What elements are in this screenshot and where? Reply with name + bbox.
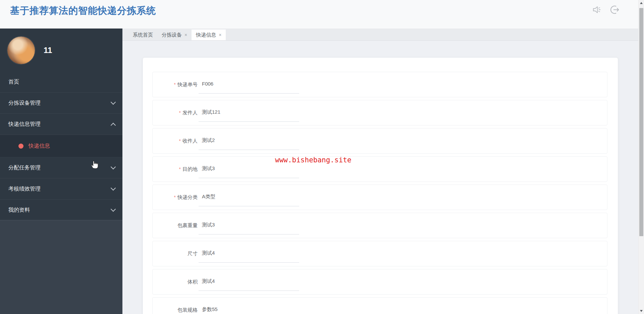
form-row: * 快递单号 F006 — [152, 72, 607, 97]
avatar — [7, 37, 35, 64]
form-input[interactable]: 测试3 — [199, 219, 299, 234]
scroll-up-arrow-icon[interactable] — [640, 2, 643, 4]
watermark: www.bishebang.site — [275, 156, 352, 164]
sidebar-menu: 首页 分拣设备管理 快递信息管理 快递信息 分配任务管理 — [0, 71, 122, 221]
form-label-text: 体积 — [187, 279, 198, 285]
chevron-down-icon — [111, 122, 116, 128]
tab-close-icon[interactable]: × — [184, 32, 187, 38]
sidebar-item-label: 我的资料 — [8, 207, 30, 214]
tab[interactable]: 快递信息 × — [192, 30, 226, 40]
form-input[interactable]: 测试3 — [199, 163, 299, 178]
sidebar-item-label: 考核绩效管理 — [8, 186, 41, 193]
form-label-text: 尺寸 — [187, 251, 198, 257]
app-title: 基于推荐算法的智能快递分拣系统 — [10, 4, 156, 17]
main-content: * 快递单号 F006 * 发件人 测试121 * 收件人 测试2 * — [122, 41, 638, 314]
required-asterisk: * — [179, 166, 181, 172]
form-input[interactable]: 测试2 — [199, 135, 299, 150]
tab-label: 系统首页 — [133, 32, 153, 38]
form-label: 包装规格 — [153, 307, 198, 313]
required-asterisk: * — [174, 82, 176, 87]
sidebar-item-label: 分配任务管理 — [8, 164, 41, 171]
form-input[interactable]: 参数55 — [199, 304, 299, 314]
form-row: 包装规格 参数55 — [152, 297, 607, 314]
scroll-down-arrow-icon[interactable] — [640, 310, 643, 312]
sidebar-item-label: 快递信息 — [29, 143, 50, 150]
required-asterisk: * — [179, 110, 181, 115]
tab-bar: 系统首页 分拣设备 × 快递信息 × — [122, 29, 638, 41]
form-input[interactable]: 测试121 — [199, 106, 299, 122]
form-label-text: 收件人 — [182, 138, 198, 144]
scrollbar-thumb[interactable] — [639, 8, 643, 236]
sidebar-item[interactable]: 快递信息 — [0, 135, 122, 157]
form-label: 体积 — [153, 279, 198, 285]
form-input[interactable]: A类型 — [199, 191, 299, 206]
form-label: * 发件人 — [153, 110, 198, 116]
form-row: * 发件人 测试121 — [152, 100, 607, 125]
scrollbar[interactable] — [638, 0, 644, 314]
form-label: 包裹重量 — [153, 222, 198, 229]
chevron-down-icon — [111, 207, 116, 212]
speaker-icon[interactable] — [592, 5, 602, 16]
form-label: * 快递单号 — [153, 82, 198, 88]
tab[interactable]: 分拣设备 × — [157, 30, 192, 40]
tab[interactable]: 系统首页 — [128, 30, 157, 40]
form-input[interactable]: F006 — [199, 78, 299, 94]
user-profile: 11 — [0, 29, 122, 67]
form-row: * 快递分类 A类型 — [152, 185, 607, 210]
sidebar-item[interactable]: 快递信息管理 — [0, 114, 122, 135]
required-asterisk: * — [179, 138, 181, 144]
form-row: 包裹重量 测试3 — [152, 213, 607, 238]
form-label: * 快递分类 — [153, 194, 198, 201]
form-input[interactable]: 测试4 — [199, 275, 299, 291]
chevron-down-icon — [111, 100, 116, 105]
form-label: * 目的地 — [153, 166, 198, 172]
tab-label: 分拣设备 — [162, 32, 182, 38]
form-label-text: 发件人 — [182, 110, 198, 116]
form-row: 体积 测试4 — [152, 269, 607, 295]
chevron-down-icon — [111, 164, 116, 170]
chevron-down-icon — [111, 186, 116, 191]
required-asterisk: * — [174, 195, 176, 200]
form-row: * 目的地 测试3 — [152, 156, 607, 182]
form-label-text: 快递分类 — [177, 194, 198, 201]
tab-close-icon[interactable]: × — [219, 32, 221, 38]
sidebar-item[interactable]: 分拣设备管理 — [0, 93, 122, 114]
form-label-text: 包裹重量 — [177, 222, 198, 229]
form-input[interactable]: 测试4 — [199, 247, 299, 263]
sidebar-item[interactable]: 我的资料 — [0, 200, 122, 221]
app-header: 基于推荐算法的智能快递分拣系统 — [0, 0, 644, 29]
form-row: 尺寸 测试4 — [152, 241, 607, 266]
form-label-text: 目的地 — [182, 166, 198, 172]
sidebar-item[interactable]: 分配任务管理 — [0, 157, 122, 178]
form-label-text: 快递单号 — [177, 82, 198, 88]
active-dot-icon — [18, 144, 23, 149]
sidebar-item[interactable]: 考核绩效管理 — [0, 178, 122, 200]
form-row: * 收件人 测试2 — [152, 128, 607, 154]
logout-icon[interactable] — [609, 4, 620, 16]
form-label: * 收件人 — [153, 138, 198, 144]
sidebar-item-label: 首页 — [8, 78, 19, 86]
form-label: 尺寸 — [153, 251, 198, 257]
username: 11 — [44, 46, 52, 55]
sidebar-item-label: 快递信息管理 — [8, 121, 41, 128]
form-card: * 快递单号 F006 * 发件人 测试121 * 收件人 测试2 * — [143, 57, 618, 314]
tab-label: 快递信息 — [196, 32, 216, 38]
form-label-text: 包装规格 — [177, 307, 198, 313]
sidebar-item[interactable]: 首页 — [0, 71, 122, 93]
sidebar-item-label: 分拣设备管理 — [8, 100, 41, 107]
sidebar: 11 首页 分拣设备管理 快递信息管理 快递信息 — [0, 29, 122, 314]
sidebar-menu-panel: 11 首页 分拣设备管理 快递信息管理 快递信息 — [0, 29, 122, 220]
